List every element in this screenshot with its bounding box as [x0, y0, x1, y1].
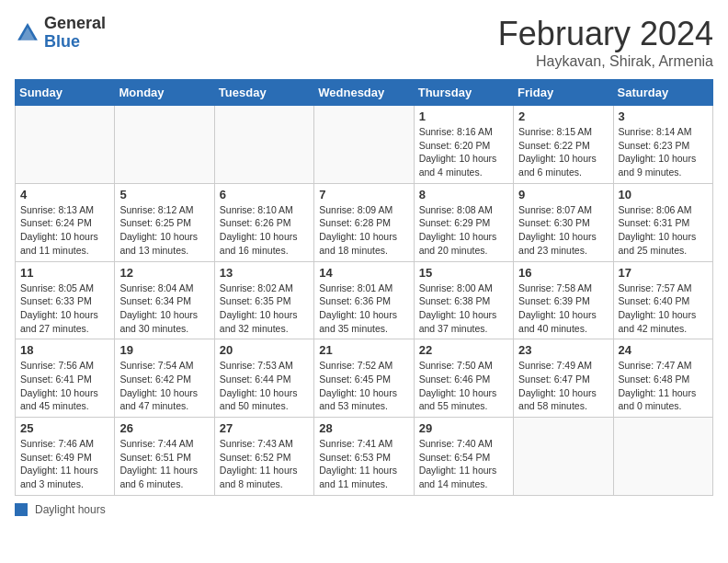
day-info: Sunrise: 8:16 AM Sunset: 6:20 PM Dayligh… [419, 125, 508, 179]
weekday-header-saturday: Saturday [613, 80, 712, 106]
day-info: Sunrise: 8:06 AM Sunset: 6:31 PM Dayligh… [619, 203, 708, 258]
weekday-header-sunday: Sunday [16, 80, 115, 106]
day-info: Sunrise: 8:09 AM Sunset: 6:28 PM Dayligh… [319, 203, 408, 258]
day-number: 1 [419, 109, 508, 123]
day-number: 22 [419, 343, 508, 357]
day-info: Sunrise: 8:02 AM Sunset: 6:35 PM Dayligh… [220, 282, 309, 336]
day-info: Sunrise: 8:04 AM Sunset: 6:34 PM Dayligh… [119, 282, 209, 336]
table-row: 1Sunrise: 8:16 AM Sunset: 6:20 PM Daylig… [414, 106, 513, 184]
table-row: 3Sunrise: 8:14 AM Sunset: 6:23 PM Daylig… [613, 106, 712, 184]
table-row: 8Sunrise: 8:08 AM Sunset: 6:29 PM Daylig… [414, 183, 513, 261]
day-number: 3 [619, 109, 708, 123]
day-info: Sunrise: 8:07 AM Sunset: 6:30 PM Dayligh… [518, 203, 608, 258]
week-row-5: 25Sunrise: 7:46 AM Sunset: 6:49 PM Dayli… [16, 418, 713, 496]
table-row: 2Sunrise: 8:15 AM Sunset: 6:22 PM Daylig… [514, 106, 613, 184]
table-row: 28Sunrise: 7:41 AM Sunset: 6:53 PM Dayli… [314, 418, 414, 496]
table-row [314, 106, 414, 184]
day-info: Sunrise: 8:01 AM Sunset: 6:36 PM Dayligh… [319, 282, 408, 336]
day-number: 20 [220, 343, 309, 357]
day-number: 4 [20, 188, 109, 201]
day-info: Sunrise: 8:15 AM Sunset: 6:22 PM Dayligh… [518, 125, 608, 179]
table-row [214, 106, 313, 184]
table-row: 12Sunrise: 8:04 AM Sunset: 6:34 PM Dayli… [115, 261, 214, 339]
table-row: 24Sunrise: 7:47 AM Sunset: 6:48 PM Dayli… [613, 339, 712, 418]
month-title: February 2024 [498, 15, 713, 53]
table-row: 5Sunrise: 8:12 AM Sunset: 6:25 PM Daylig… [115, 183, 214, 261]
table-row: 18Sunrise: 7:56 AM Sunset: 6:41 PM Dayli… [16, 339, 115, 418]
day-number: 12 [119, 266, 209, 280]
day-number: 13 [220, 266, 309, 280]
logo-blue: Blue [44, 33, 106, 52]
day-info: Sunrise: 7:47 AM Sunset: 6:48 PM Dayligh… [619, 359, 708, 413]
table-row [613, 418, 712, 496]
day-info: Sunrise: 8:13 AM Sunset: 6:24 PM Dayligh… [20, 203, 109, 258]
day-number: 15 [419, 266, 508, 280]
day-info: Sunrise: 7:50 AM Sunset: 6:46 PM Dayligh… [419, 359, 508, 413]
table-row: 20Sunrise: 7:53 AM Sunset: 6:44 PM Dayli… [214, 339, 313, 418]
day-info: Sunrise: 7:54 AM Sunset: 6:42 PM Dayligh… [119, 359, 209, 413]
day-number: 9 [518, 188, 608, 201]
table-row: 13Sunrise: 8:02 AM Sunset: 6:35 PM Dayli… [214, 261, 313, 339]
day-number: 27 [220, 421, 309, 435]
day-number: 21 [319, 343, 408, 357]
weekday-header-tuesday: Tuesday [214, 80, 313, 106]
table-row [514, 418, 613, 496]
table-row: 7Sunrise: 8:09 AM Sunset: 6:28 PM Daylig… [314, 183, 414, 261]
weekday-header-friday: Friday [514, 80, 613, 106]
legend: Daylight hours [15, 503, 713, 516]
day-info: Sunrise: 7:41 AM Sunset: 6:53 PM Dayligh… [319, 437, 408, 491]
table-row: 27Sunrise: 7:43 AM Sunset: 6:52 PM Dayli… [214, 418, 313, 496]
table-row: 26Sunrise: 7:44 AM Sunset: 6:51 PM Dayli… [115, 418, 214, 496]
table-row: 17Sunrise: 7:57 AM Sunset: 6:40 PM Dayli… [613, 261, 712, 339]
logo-icon [15, 20, 40, 46]
day-info: Sunrise: 8:08 AM Sunset: 6:29 PM Dayligh… [419, 203, 508, 258]
table-row [16, 106, 115, 184]
weekday-header-wednesday: Wednesday [314, 80, 414, 106]
day-info: Sunrise: 7:46 AM Sunset: 6:49 PM Dayligh… [20, 437, 109, 491]
day-number: 6 [220, 188, 309, 201]
logo: General Blue [15, 15, 106, 52]
page-header: General Blue February 2024 Haykavan, Shi… [15, 15, 713, 70]
calendar-table: SundayMondayTuesdayWednesdayThursdayFrid… [15, 79, 713, 496]
day-info: Sunrise: 8:10 AM Sunset: 6:26 PM Dayligh… [220, 203, 309, 258]
day-number: 11 [20, 266, 109, 280]
day-info: Sunrise: 7:58 AM Sunset: 6:39 PM Dayligh… [518, 282, 608, 336]
table-row: 23Sunrise: 7:49 AM Sunset: 6:47 PM Dayli… [514, 339, 613, 418]
week-row-1: 1Sunrise: 8:16 AM Sunset: 6:20 PM Daylig… [16, 106, 713, 184]
logo-general: General [44, 15, 106, 33]
day-number: 8 [419, 188, 508, 201]
title-block: February 2024 Haykavan, Shirak, Armenia [498, 15, 713, 70]
day-number: 28 [319, 421, 408, 435]
day-number: 16 [518, 266, 608, 280]
table-row: 4Sunrise: 8:13 AM Sunset: 6:24 PM Daylig… [16, 183, 115, 261]
table-row: 29Sunrise: 7:40 AM Sunset: 6:54 PM Dayli… [414, 418, 513, 496]
table-row: 11Sunrise: 8:05 AM Sunset: 6:33 PM Dayli… [16, 261, 115, 339]
day-info: Sunrise: 7:44 AM Sunset: 6:51 PM Dayligh… [119, 437, 209, 491]
day-info: Sunrise: 7:49 AM Sunset: 6:47 PM Dayligh… [518, 359, 608, 413]
week-row-2: 4Sunrise: 8:13 AM Sunset: 6:24 PM Daylig… [16, 183, 713, 261]
table-row: 10Sunrise: 8:06 AM Sunset: 6:31 PM Dayli… [613, 183, 712, 261]
table-row [115, 106, 214, 184]
table-row: 22Sunrise: 7:50 AM Sunset: 6:46 PM Dayli… [414, 339, 513, 418]
location: Haykavan, Shirak, Armenia [498, 53, 713, 70]
legend-box [15, 503, 28, 516]
weekday-header-row: SundayMondayTuesdayWednesdayThursdayFrid… [16, 80, 713, 106]
day-number: 23 [518, 343, 608, 357]
day-number: 14 [319, 266, 408, 280]
day-info: Sunrise: 7:53 AM Sunset: 6:44 PM Dayligh… [220, 359, 309, 413]
table-row: 15Sunrise: 8:00 AM Sunset: 6:38 PM Dayli… [414, 261, 513, 339]
table-row: 6Sunrise: 8:10 AM Sunset: 6:26 PM Daylig… [214, 183, 313, 261]
table-row: 25Sunrise: 7:46 AM Sunset: 6:49 PM Dayli… [16, 418, 115, 496]
day-number: 2 [518, 109, 608, 123]
day-info: Sunrise: 8:00 AM Sunset: 6:38 PM Dayligh… [419, 282, 508, 336]
table-row: 19Sunrise: 7:54 AM Sunset: 6:42 PM Dayli… [115, 339, 214, 418]
day-number: 19 [119, 343, 209, 357]
day-number: 25 [20, 421, 109, 435]
week-row-3: 11Sunrise: 8:05 AM Sunset: 6:33 PM Dayli… [16, 261, 713, 339]
day-number: 10 [619, 188, 708, 201]
day-info: Sunrise: 8:12 AM Sunset: 6:25 PM Dayligh… [119, 203, 209, 258]
day-info: Sunrise: 7:40 AM Sunset: 6:54 PM Dayligh… [419, 437, 508, 491]
weekday-header-thursday: Thursday [414, 80, 513, 106]
day-info: Sunrise: 7:57 AM Sunset: 6:40 PM Dayligh… [619, 282, 708, 336]
logo-text: General Blue [44, 15, 106, 52]
